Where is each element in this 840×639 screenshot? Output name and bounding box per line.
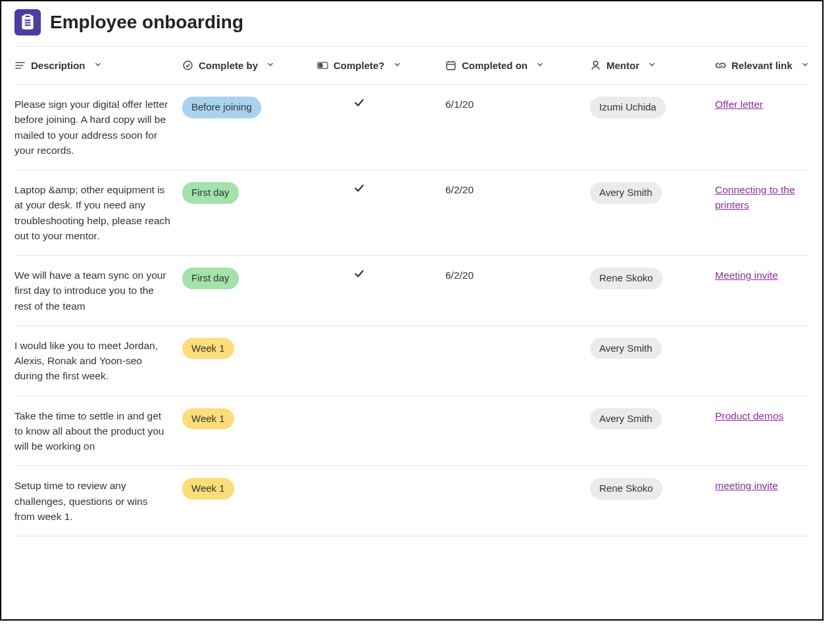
- description-cell[interactable]: Take the time to settle in and get to kn…: [14, 396, 182, 466]
- svg-rect-11: [447, 62, 455, 70]
- page-title: Employee onboarding: [50, 12, 243, 33]
- clipboard-icon: [14, 9, 41, 36]
- column-header-description[interactable]: Description: [14, 47, 182, 85]
- completed-on-cell[interactable]: [445, 466, 590, 536]
- mentor-pill[interactable]: Avery Smith: [590, 182, 662, 204]
- relevant-link-cell[interactable]: Connecting to the printers: [715, 170, 809, 256]
- mentor-pill[interactable]: Izumi Uchida: [590, 97, 666, 118]
- complete-by-pill[interactable]: Week 1: [182, 478, 234, 500]
- description-cell[interactable]: Laptop &amp; other equipment is at your …: [14, 170, 182, 256]
- complete-by-pill[interactable]: First day: [182, 268, 239, 289]
- mentor-cell[interactable]: Avery Smith: [590, 396, 715, 466]
- table-row[interactable]: Take the time to settle in and get to kn…: [14, 396, 809, 466]
- complete-by-cell[interactable]: First day: [182, 170, 317, 256]
- mentor-cell[interactable]: Rene Skoko: [590, 256, 715, 326]
- relevant-link-cell[interactable]: meeting invite: [715, 466, 809, 536]
- svg-rect-10: [319, 64, 322, 68]
- relevant-link-cell[interactable]: Offer letter: [715, 85, 809, 170]
- completed-on-cell[interactable]: 6/2/20: [445, 170, 590, 256]
- check-icon: [353, 99, 365, 110]
- complete-cell[interactable]: [317, 85, 445, 170]
- relevant-link[interactable]: Product demos: [715, 410, 783, 421]
- description-cell[interactable]: We will have a team sync on your first d…: [14, 256, 182, 326]
- chevron-down-icon: [390, 60, 402, 71]
- chevron-down-icon: [91, 60, 103, 71]
- column-header-complete-by[interactable]: Complete by: [182, 47, 317, 85]
- chevron-down-icon: [263, 60, 275, 71]
- chevron-down-icon: [798, 60, 809, 71]
- mentor-cell[interactable]: Avery Smith: [590, 170, 715, 256]
- mentor-cell[interactable]: Rene Skoko: [590, 466, 715, 536]
- text-lines-icon: [14, 60, 26, 71]
- onboarding-table: Description Complete by: [14, 47, 809, 536]
- toggle-icon: [317, 60, 328, 71]
- column-header-complete[interactable]: Complete?: [317, 47, 445, 85]
- relevant-link[interactable]: meeting invite: [715, 480, 778, 491]
- relevant-link-cell[interactable]: Product demos: [715, 396, 809, 466]
- check-icon: [353, 270, 365, 281]
- description-cell[interactable]: Please sign your digital offer letter be…: [14, 85, 182, 170]
- chevron-down-icon: [533, 60, 545, 71]
- app-frame: Employee onboarding Description: [0, 0, 824, 621]
- complete-cell[interactable]: [317, 396, 445, 466]
- table-row[interactable]: Please sign your digital offer letter be…: [14, 85, 809, 170]
- table-row[interactable]: Setup time to review any challenges, que…: [14, 466, 809, 536]
- column-label: Complete by: [199, 60, 258, 71]
- complete-by-pill[interactable]: First day: [182, 182, 239, 204]
- complete-cell[interactable]: [317, 325, 445, 396]
- complete-cell[interactable]: [317, 256, 445, 326]
- mentor-cell[interactable]: Avery Smith: [590, 325, 715, 396]
- column-label: Description: [31, 60, 86, 71]
- table-row[interactable]: Laptop &amp; other equipment is at your …: [14, 170, 809, 256]
- column-label: Completed on: [462, 60, 528, 71]
- page-header: Employee onboarding: [1, 1, 822, 46]
- relevant-link[interactable]: Meeting invite: [715, 270, 778, 281]
- mentor-pill[interactable]: Rene Skoko: [590, 268, 662, 289]
- check-circle-icon: [182, 60, 193, 71]
- column-label: Relevant link: [731, 60, 793, 71]
- mentor-cell[interactable]: Izumi Uchida: [590, 85, 715, 170]
- table-wrapper: Description Complete by: [14, 46, 809, 536]
- person-icon: [590, 60, 601, 71]
- table-row[interactable]: We will have a team sync on your first d…: [14, 256, 809, 326]
- relevant-link[interactable]: Offer letter: [715, 99, 763, 110]
- relevant-link-cell[interactable]: Meeting invite: [715, 256, 809, 326]
- completed-on-cell[interactable]: 6/2/20: [445, 256, 590, 326]
- description-cell[interactable]: I would like you to meet Jordan, Alexis,…: [14, 325, 182, 396]
- completed-on-cell[interactable]: [445, 325, 590, 396]
- completed-on-cell[interactable]: [445, 396, 590, 466]
- check-icon: [353, 185, 365, 196]
- complete-by-cell[interactable]: Before joining: [182, 85, 317, 170]
- relevant-link-cell[interactable]: [715, 325, 809, 396]
- column-header-completed-on[interactable]: Completed on: [445, 47, 590, 85]
- column-header-relevant-link[interactable]: Relevant link: [715, 47, 809, 85]
- chevron-down-icon: [645, 60, 656, 71]
- link-icon: [715, 60, 726, 71]
- mentor-pill[interactable]: Rene Skoko: [590, 478, 662, 500]
- svg-rect-1: [25, 15, 31, 18]
- complete-by-cell[interactable]: Week 1: [182, 325, 317, 396]
- table-row[interactable]: I would like you to meet Jordan, Alexis,…: [14, 325, 809, 396]
- completed-on-cell[interactable]: 6/1/20: [445, 85, 590, 170]
- complete-by-cell[interactable]: Week 1: [182, 396, 317, 466]
- calendar-icon: [445, 60, 457, 71]
- complete-cell[interactable]: [317, 466, 445, 536]
- relevant-link[interactable]: Connecting to the printers: [715, 184, 795, 210]
- complete-cell[interactable]: [317, 170, 445, 256]
- complete-by-pill[interactable]: Before joining: [182, 97, 261, 118]
- mentor-pill[interactable]: Avery Smith: [590, 408, 662, 430]
- complete-by-cell[interactable]: Week 1: [182, 466, 317, 536]
- column-label: Complete?: [334, 60, 385, 71]
- complete-by-cell[interactable]: First day: [182, 256, 317, 326]
- svg-point-15: [593, 61, 597, 65]
- mentor-pill[interactable]: Avery Smith: [590, 338, 662, 360]
- complete-by-pill[interactable]: Week 1: [182, 338, 234, 360]
- column-header-mentor[interactable]: Mentor: [590, 47, 715, 85]
- column-label: Mentor: [606, 60, 639, 71]
- complete-by-pill[interactable]: Week 1: [182, 408, 234, 430]
- description-cell[interactable]: Setup time to review any challenges, que…: [14, 466, 182, 536]
